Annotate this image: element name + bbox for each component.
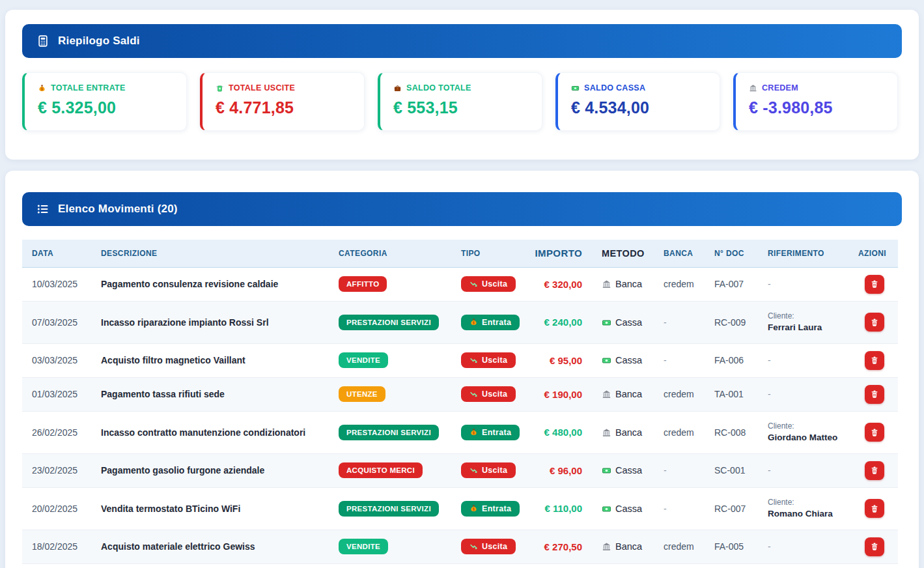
stat-label: TOTALE ENTRATE [51,83,126,92]
stat-card-saldo-cassa: SALDO CASSA € 4.534,00 [555,72,720,131]
stat-value: € 5.325,00 [38,98,173,117]
cell-doc: RC-008 [714,411,768,453]
col-data: DATA [22,240,101,267]
stat-card-totale-uscite: TOTALE USCITE € 4.771,85 [200,72,365,131]
cell-descrizione: Vendita termostato BTicino WiFi [101,487,339,530]
delete-button[interactable] [865,275,884,294]
movements-panel: Elenco Movimenti (20) DATA DESCRIZIONE C… [5,171,919,568]
trash-icon [870,318,879,327]
cell-importo: € 190,00 [533,377,590,411]
col-riferimento: RIFERIMENTO [768,240,858,267]
categoria-badge: VENDITE [339,539,388,554]
cell-riferimento: Cliente: Romano Chiara [768,487,858,530]
delete-button[interactable] [865,385,884,404]
col-importo: IMPORTO [533,240,590,267]
summary-panel: Riepilogo Saldi TOTALE ENTRATE € 5.325,0… [5,10,919,160]
tipo-badge: Uscita [461,352,516,368]
chart-decreasing-icon [469,543,478,551]
trash-icon [870,466,879,475]
delete-button[interactable] [865,461,884,480]
tipo-badge: Entrata [461,501,520,517]
cell-banca: credem [664,411,714,453]
tipo-badge: Uscita [461,276,516,292]
stat-value: € 4.534,00 [571,98,707,117]
categoria-badge: PRESTAZIONI SERVIZI [339,501,439,517]
banknote-icon [602,356,611,365]
banknote-icon [602,504,611,514]
cell-descrizione: Acquisto filtro magnetico Vaillant [101,343,339,377]
cell-importo: € 240,00 [533,301,590,343]
cliente-label: Cliente: [768,420,858,432]
cell-importo: € 96,00 [533,453,590,487]
col-metodo: METODO [590,240,664,267]
stat-card-totale-entrate: TOTALE ENTRATE € 5.325,00 [22,72,187,131]
cell-banca: credem [664,267,714,301]
delete-button[interactable] [865,351,884,370]
cell-descrizione: Incasso contratto manutenzione condizion… [101,411,339,453]
table-row: 07/03/2025 Incasso riparazione impianto … [22,301,898,343]
table-row: 23/02/2025 Pagamento gasolio furgone azi… [22,453,898,487]
chart-decreasing-icon [469,280,478,289]
table-row: 03/03/2025 Acquisto filtro magnetico Vai… [22,343,898,377]
delete-button[interactable] [865,313,884,332]
trash-icon [870,428,879,437]
list-icon [36,203,49,216]
cell-riferimento: - [768,453,858,487]
summary-title: Riepilogo Saldi [58,35,140,48]
cell-doc: FA-007 [714,267,768,301]
cell-data: 26/02/2025 [22,411,101,453]
cell-data: 18/02/2025 [22,530,101,563]
col-banca: BANCA [664,240,714,267]
cell-doc: FA-005 [714,530,768,563]
categoria-badge: VENDITE [339,352,388,368]
cell-riferimento: - [768,267,858,301]
cell-importo: € 95,00 [533,343,590,377]
cell-importo: € 480,00 [533,411,590,453]
bank-icon [602,542,611,552]
money-bag-icon [469,504,478,513]
bank-icon [602,279,611,289]
delete-button[interactable] [865,423,884,442]
cell-banca: - [664,453,714,487]
cell-doc: RC-007 [714,487,768,530]
banknote-icon [602,318,611,328]
movements-header: Elenco Movimenti (20) [22,192,902,226]
cell-riferimento: - [768,377,858,411]
categoria-badge: PRESTAZIONI SERVIZI [339,425,439,440]
cell-data: 20/02/2025 [22,487,101,530]
categoria-badge: UTENZE [339,386,385,402]
banknote-icon [602,466,611,476]
cell-importo: € 320,00 [533,267,590,301]
col-categoria: CATEGORIA [339,240,461,267]
delete-button[interactable] [865,499,884,518]
cell-data: 01/03/2025 [22,377,101,411]
categoria-badge: AFFITTO [339,276,387,292]
chart-decreasing-icon [469,390,478,399]
trash-icon [870,279,879,289]
cell-banca: - [664,301,714,343]
table-row: 18/02/2025 Acquisto materiale elettrico … [22,530,898,563]
briefcase-icon [393,84,402,92]
delete-button[interactable] [865,537,884,556]
cell-banca: credem [664,530,714,563]
tipo-badge: Entrata [461,425,520,440]
money-bag-icon [469,318,478,326]
cliente-name: Ferrari Laura [768,322,858,334]
cell-data: 10/03/2025 [22,267,101,301]
stat-card-credem: CREDEM € -3.980,85 [733,72,898,131]
summary-header: Riepilogo Saldi [22,24,902,58]
cell-importo: € 110,00 [533,487,590,530]
movements-title: Elenco Movimenti (20) [58,203,178,216]
money-bag-icon [469,428,478,436]
cell-riferimento: - [768,343,858,377]
bank-icon [602,390,611,399]
chart-decreasing-icon [469,356,478,365]
col-descrizione: DESCRIZIONE [101,240,339,267]
trash-icon [870,542,879,551]
cell-data: 07/03/2025 [22,301,101,343]
tipo-badge: Entrata [461,315,520,330]
table-header-row: DATA DESCRIZIONE CATEGORIA TIPO IMPORTO … [22,240,898,267]
cell-doc: FA-006 [714,343,768,377]
cell-data: 23/02/2025 [22,453,101,487]
table-row: 20/02/2025 Vendita termostato BTicino Wi… [22,487,898,530]
